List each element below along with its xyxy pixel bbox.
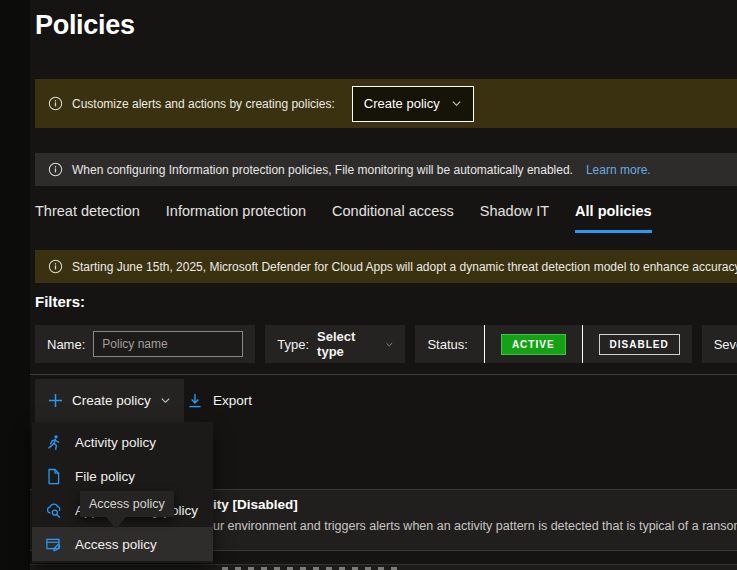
type-filter-value: Select type	[317, 329, 371, 359]
toolbar-divider	[30, 374, 737, 375]
policy-list-row-clipped[interactable]	[30, 564, 737, 570]
status-disabled-toggle[interactable]: DISABLED	[599, 334, 680, 355]
chevron-down-icon	[160, 395, 171, 406]
severity-filter-segment: Severity:	[702, 325, 737, 363]
tab-all-policies[interactable]: All policies	[575, 203, 652, 233]
info-icon	[48, 162, 63, 177]
activity-policy-icon	[45, 434, 62, 451]
tab-threat-detection[interactable]: Threat detection	[35, 203, 140, 233]
type-filter-segment[interactable]: Type: Select type	[265, 325, 405, 363]
filters-heading: Filters:	[35, 293, 85, 310]
file-monitoring-banner-text: When configuring Information protection …	[72, 163, 573, 177]
left-margin-strip	[0, 0, 30, 570]
access-policy-tooltip: Access policy	[80, 491, 174, 517]
name-filter-label: Name:	[47, 337, 85, 352]
menu-item-label: File policy	[75, 469, 135, 484]
status-filter-label: Status:	[427, 337, 467, 352]
policy-row-description-fragment: ur environment and triggers alerts when …	[213, 519, 737, 533]
create-policy-banner: Customize alerts and actions by creating…	[35, 79, 737, 128]
policy-row-title-fragment: ity [Disabled]	[213, 497, 298, 512]
create-policy-dropdown-label: Create policy	[72, 393, 151, 408]
page-title: Policies	[35, 10, 135, 41]
export-button-label: Export	[213, 393, 252, 408]
separator	[484, 325, 485, 363]
chevron-down-icon	[451, 98, 462, 109]
severity-filter-label: Severity:	[714, 337, 737, 352]
download-icon	[187, 393, 203, 409]
filter-bar: Name: Type: Select type Status: ACTIVE D…	[35, 325, 737, 363]
plus-icon	[48, 393, 63, 408]
export-button[interactable]: Export	[187, 379, 252, 422]
policy-name-input[interactable]	[93, 331, 243, 357]
file-monitoring-banner: When configuring Information protection …	[35, 153, 737, 186]
status-active-toggle[interactable]: ACTIVE	[501, 334, 566, 355]
menu-item-label: Access policy	[75, 537, 157, 552]
create-policy-banner-text: Customize alerts and actions by creating…	[72, 97, 335, 111]
dynamic-threat-notice-banner: Starting June 15th, 2025, Microsoft Defe…	[35, 250, 737, 283]
dynamic-threat-notice-text: Starting June 15th, 2025, Microsoft Defe…	[72, 260, 737, 274]
banner-create-policy-button[interactable]: Create policy	[352, 86, 474, 122]
separator	[582, 325, 583, 363]
menu-item-label: Activity policy	[75, 435, 156, 450]
file-policy-icon	[45, 468, 62, 485]
learn-more-link[interactable]: Learn more.	[586, 163, 651, 177]
app-discovery-policy-icon	[45, 502, 62, 519]
info-icon	[48, 259, 63, 274]
tab-information-protection[interactable]: Information protection	[166, 203, 306, 233]
info-icon	[48, 96, 63, 111]
tab-shadow-it[interactable]: Shadow IT	[480, 203, 549, 233]
access-policy-icon	[45, 536, 62, 553]
menu-item-access-policy[interactable]: Access policy	[32, 527, 213, 561]
name-filter-segment: Name:	[35, 325, 255, 363]
status-filter-segment: Status: ACTIVE DISABLED	[415, 325, 691, 363]
type-filter-label: Type:	[277, 337, 309, 352]
create-policy-dropdown-button[interactable]: Create policy	[35, 379, 184, 422]
banner-create-policy-button-label: Create policy	[364, 96, 440, 111]
policy-tabs: Threat detection Information protection …	[35, 203, 652, 233]
tab-conditional-access[interactable]: Conditional access	[332, 203, 454, 233]
menu-item-file-policy[interactable]: File policy	[32, 459, 213, 493]
menu-item-activity-policy[interactable]: Activity policy	[32, 425, 213, 459]
chevron-down-icon	[385, 339, 394, 350]
